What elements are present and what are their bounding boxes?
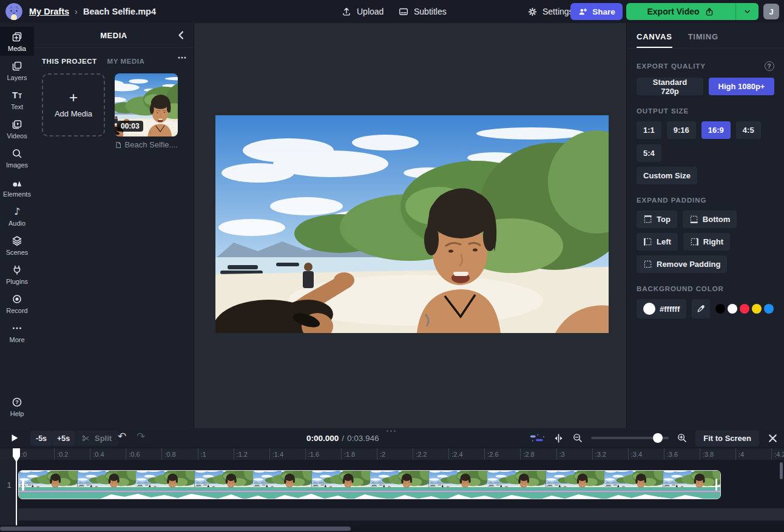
media-file-row: Beach Selfie.... <box>115 140 178 149</box>
size-16-9-button[interactable]: 16:9 <box>701 121 731 139</box>
sidebar-item-images[interactable]: Images <box>0 143 34 172</box>
swatch-black[interactable] <box>715 304 725 314</box>
fit-to-screen-button[interactable]: Fit to Screen <box>695 430 759 446</box>
close-timeline-icon[interactable] <box>767 433 779 444</box>
play-button[interactable] <box>9 433 20 443</box>
timeline-zoom-slider[interactable] <box>591 433 669 443</box>
breadcrumb-my-drafts[interactable]: My Drafts <box>29 7 69 16</box>
media-more-button[interactable] <box>177 52 188 63</box>
empty-track-row[interactable] <box>18 508 784 520</box>
export-label: Export Video <box>647 7 699 16</box>
clip-trim-handle-left[interactable] <box>22 479 24 491</box>
tracks-vertical-scrollbar[interactable] <box>780 462 783 479</box>
tab-this-project[interactable]: THIS PROJECT <box>42 58 97 65</box>
sidebar-item-help[interactable]: ? Help <box>0 392 34 421</box>
question-circle-icon: ? <box>11 396 23 408</box>
sidebar-item-record[interactable]: Record <box>0 289 34 318</box>
quality-high-button[interactable]: High 1080p+ <box>709 78 774 95</box>
sidebar-item-videos[interactable]: Videos <box>0 114 34 143</box>
add-media-button[interactable]: + Add Media <box>42 73 105 136</box>
custom-size-button[interactable]: Custom Size <box>637 167 697 184</box>
help-icon[interactable]: ? <box>765 61 774 71</box>
tab-my-media[interactable]: MY MEDIA <box>107 58 145 65</box>
export-video-group: Export Video <box>626 3 759 20</box>
upload-button[interactable]: Upload <box>341 0 384 23</box>
panel-collapse-button[interactable] <box>175 29 188 41</box>
play-icon <box>9 433 20 443</box>
media-icon <box>11 31 23 43</box>
tab-canvas[interactable]: CANVAS <box>637 32 672 48</box>
padding-right-button[interactable]: Right <box>683 233 730 251</box>
media-card-beach-selfie[interactable]: 00:03 Beach Selfie.... <box>115 73 178 149</box>
swatch-white[interactable] <box>728 304 737 314</box>
scrollbar-thumb[interactable] <box>0 527 351 531</box>
ruler-tick: :4 <box>735 448 744 460</box>
eyedropper-button[interactable] <box>692 299 710 318</box>
sidebar-item-scenes[interactable]: Scenes <box>0 231 34 260</box>
split-button[interactable]: Split <box>75 431 118 446</box>
gear-icon <box>527 7 538 17</box>
zoom-out-icon[interactable] <box>572 433 583 443</box>
subtitles-button[interactable]: Subtitles <box>398 0 447 23</box>
remove-padding-button[interactable]: Remove Padding <box>637 255 727 273</box>
skip-forward-button[interactable]: +5s <box>52 431 75 446</box>
sidebar-item-elements[interactable]: Elements <box>0 172 34 201</box>
snap-toggle-icon[interactable] <box>530 433 545 443</box>
zoom-in-icon[interactable] <box>677 433 688 443</box>
sidebar-item-layers[interactable]: Layers <box>0 56 34 85</box>
canvas-area[interactable] <box>194 23 626 428</box>
sidebar-item-more[interactable]: More <box>0 318 34 347</box>
app-logo[interactable] <box>5 3 22 20</box>
swatch-red[interactable] <box>740 304 749 314</box>
undo-button[interactable]: ↶ <box>118 430 126 442</box>
padding-bottom-button[interactable]: Bottom <box>683 210 737 228</box>
clip-trim-handle-right[interactable] <box>715 479 718 491</box>
ruler-tick: :2.2 <box>413 448 427 460</box>
ellipsis-icon <box>177 52 188 63</box>
quality-standard-button[interactable]: Standard 720p <box>637 78 703 95</box>
zoom-slider-knob[interactable] <box>653 433 663 443</box>
text-icon: TT <box>11 89 23 101</box>
padding-left-button[interactable]: Left <box>637 233 678 251</box>
video-clip[interactable] <box>18 470 721 499</box>
ruler-tick: :2 <box>377 448 385 460</box>
tab-timing[interactable]: TIMING <box>688 32 718 48</box>
svg-text:T: T <box>18 93 22 99</box>
size-9-16-button[interactable]: 9:16 <box>667 121 696 139</box>
sidebar-item-audio[interactable]: ♪ Audio <box>0 201 34 231</box>
swatch-blue[interactable] <box>764 304 774 314</box>
video-preview[interactable] <box>215 115 609 333</box>
sidebar-item-plugins[interactable]: Plugins <box>0 260 34 289</box>
top-bar: My Drafts › Beach Selfie.mp4 Upload Subt… <box>0 0 784 23</box>
padding-top-button[interactable]: Top <box>637 210 677 228</box>
size-4-5-button[interactable]: 4:5 <box>736 121 761 139</box>
ruler-tick: :3.6 <box>664 448 678 460</box>
padding-top-icon <box>643 215 652 224</box>
box-arrow-up-icon <box>705 7 715 17</box>
size-1-1-button[interactable]: 1:1 <box>637 121 661 139</box>
ruler-tick: :3.4 <box>628 448 642 460</box>
media-thumbnail[interactable]: 00:03 <box>115 73 178 136</box>
skip-back-button[interactable]: -5s <box>30 431 52 446</box>
sidebar-item-media[interactable]: Media <box>0 27 34 56</box>
swatch-yellow[interactable] <box>752 304 762 314</box>
size-5-4-button[interactable]: 5:4 <box>637 144 661 162</box>
share-button[interactable]: Share <box>570 3 623 20</box>
sidebar-item-text[interactable]: TT Text <box>0 85 34 114</box>
export-quality-heading: EXPORT QUALITY ? <box>637 61 774 71</box>
expand-playhead-icon[interactable] <box>553 433 564 444</box>
chevron-left-icon <box>175 29 188 41</box>
padding-bottom-icon <box>689 215 698 224</box>
export-video-button[interactable]: Export Video <box>626 3 735 20</box>
media-tabs: THIS PROJECT MY MEDIA <box>34 48 194 65</box>
padding-left-icon <box>643 237 652 246</box>
timeline-ruler[interactable]: :0:0.2:0.4:0.6:0.8:1:1.2:1.4:1.6:1.8:2:2… <box>0 448 784 460</box>
background-hex-button[interactable]: #ffffff <box>637 299 686 318</box>
settings-button[interactable]: Settings <box>527 0 573 23</box>
timeline-horizontal-scrollbar[interactable] <box>0 525 784 532</box>
user-avatar[interactable]: J <box>763 4 779 19</box>
audio-note-icon: ♪ <box>14 206 20 218</box>
export-menu-button[interactable] <box>736 3 759 20</box>
ruler-tick: :0.6 <box>126 448 140 460</box>
redo-button[interactable]: ↷ <box>137 430 145 442</box>
